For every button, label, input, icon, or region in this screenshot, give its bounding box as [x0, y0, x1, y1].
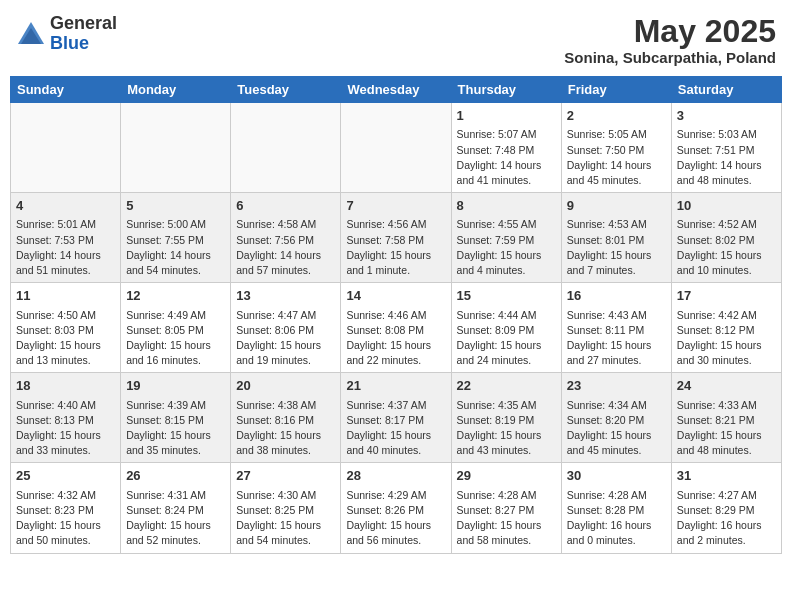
table-row: 20Sunrise: 4:38 AM Sunset: 8:16 PM Dayli… — [231, 373, 341, 463]
day-info: Sunrise: 4:49 AM Sunset: 8:05 PM Dayligh… — [126, 308, 225, 369]
day-info: Sunrise: 4:58 AM Sunset: 7:56 PM Dayligh… — [236, 217, 335, 278]
table-row: 7Sunrise: 4:56 AM Sunset: 7:58 PM Daylig… — [341, 193, 451, 283]
table-row: 6Sunrise: 4:58 AM Sunset: 7:56 PM Daylig… — [231, 193, 341, 283]
page-container: General Blue May 2025 Sonina, Subcarpath… — [10, 10, 782, 554]
table-row: 19Sunrise: 4:39 AM Sunset: 8:15 PM Dayli… — [121, 373, 231, 463]
day-number: 14 — [346, 287, 445, 305]
day-info: Sunrise: 4:33 AM Sunset: 8:21 PM Dayligh… — [677, 398, 776, 459]
day-number: 27 — [236, 467, 335, 485]
day-info: Sunrise: 4:29 AM Sunset: 8:26 PM Dayligh… — [346, 488, 445, 549]
day-number: 19 — [126, 377, 225, 395]
day-info: Sunrise: 4:44 AM Sunset: 8:09 PM Dayligh… — [457, 308, 556, 369]
day-info: Sunrise: 4:28 AM Sunset: 8:27 PM Dayligh… — [457, 488, 556, 549]
table-row: 29Sunrise: 4:28 AM Sunset: 8:27 PM Dayli… — [451, 463, 561, 553]
table-row: 24Sunrise: 4:33 AM Sunset: 8:21 PM Dayli… — [671, 373, 781, 463]
logo: General Blue — [16, 14, 117, 54]
day-info: Sunrise: 4:40 AM Sunset: 8:13 PM Dayligh… — [16, 398, 115, 459]
day-info: Sunrise: 4:53 AM Sunset: 8:01 PM Dayligh… — [567, 217, 666, 278]
table-row: 8Sunrise: 4:55 AM Sunset: 7:59 PM Daylig… — [451, 193, 561, 283]
calendar-week-2: 4Sunrise: 5:01 AM Sunset: 7:53 PM Daylig… — [11, 193, 782, 283]
day-number: 2 — [567, 107, 666, 125]
day-number: 25 — [16, 467, 115, 485]
day-number: 18 — [16, 377, 115, 395]
day-number: 12 — [126, 287, 225, 305]
day-info: Sunrise: 5:00 AM Sunset: 7:55 PM Dayligh… — [126, 217, 225, 278]
table-row: 12Sunrise: 4:49 AM Sunset: 8:05 PM Dayli… — [121, 283, 231, 373]
col-monday: Monday — [121, 77, 231, 103]
table-row: 27Sunrise: 4:30 AM Sunset: 8:25 PM Dayli… — [231, 463, 341, 553]
day-info: Sunrise: 4:28 AM Sunset: 8:28 PM Dayligh… — [567, 488, 666, 549]
calendar-week-3: 11Sunrise: 4:50 AM Sunset: 8:03 PM Dayli… — [11, 283, 782, 373]
day-number: 24 — [677, 377, 776, 395]
day-info: Sunrise: 4:30 AM Sunset: 8:25 PM Dayligh… — [236, 488, 335, 549]
day-number: 6 — [236, 197, 335, 215]
day-number: 28 — [346, 467, 445, 485]
day-number: 1 — [457, 107, 556, 125]
day-number: 30 — [567, 467, 666, 485]
day-info: Sunrise: 4:27 AM Sunset: 8:29 PM Dayligh… — [677, 488, 776, 549]
day-number: 13 — [236, 287, 335, 305]
table-row: 14Sunrise: 4:46 AM Sunset: 8:08 PM Dayli… — [341, 283, 451, 373]
col-wednesday: Wednesday — [341, 77, 451, 103]
day-info: Sunrise: 5:07 AM Sunset: 7:48 PM Dayligh… — [457, 127, 556, 188]
col-saturday: Saturday — [671, 77, 781, 103]
col-sunday: Sunday — [11, 77, 121, 103]
day-number: 31 — [677, 467, 776, 485]
title-block: May 2025 Sonina, Subcarpathia, Poland — [564, 14, 776, 66]
day-number: 26 — [126, 467, 225, 485]
table-row: 1Sunrise: 5:07 AM Sunset: 7:48 PM Daylig… — [451, 103, 561, 193]
table-row: 11Sunrise: 4:50 AM Sunset: 8:03 PM Dayli… — [11, 283, 121, 373]
table-row: 15Sunrise: 4:44 AM Sunset: 8:09 PM Dayli… — [451, 283, 561, 373]
day-number: 8 — [457, 197, 556, 215]
day-info: Sunrise: 4:38 AM Sunset: 8:16 PM Dayligh… — [236, 398, 335, 459]
table-row: 4Sunrise: 5:01 AM Sunset: 7:53 PM Daylig… — [11, 193, 121, 283]
col-tuesday: Tuesday — [231, 77, 341, 103]
day-number: 22 — [457, 377, 556, 395]
table-row: 17Sunrise: 4:42 AM Sunset: 8:12 PM Dayli… — [671, 283, 781, 373]
day-info: Sunrise: 4:35 AM Sunset: 8:19 PM Dayligh… — [457, 398, 556, 459]
table-row: 18Sunrise: 4:40 AM Sunset: 8:13 PM Dayli… — [11, 373, 121, 463]
table-row: 28Sunrise: 4:29 AM Sunset: 8:26 PM Dayli… — [341, 463, 451, 553]
day-number: 7 — [346, 197, 445, 215]
day-info: Sunrise: 4:56 AM Sunset: 7:58 PM Dayligh… — [346, 217, 445, 278]
location-subtitle: Sonina, Subcarpathia, Poland — [564, 49, 776, 66]
logo-icon — [16, 20, 46, 48]
table-row — [11, 103, 121, 193]
day-number: 9 — [567, 197, 666, 215]
day-info: Sunrise: 4:55 AM Sunset: 7:59 PM Dayligh… — [457, 217, 556, 278]
col-thursday: Thursday — [451, 77, 561, 103]
day-info: Sunrise: 4:46 AM Sunset: 8:08 PM Dayligh… — [346, 308, 445, 369]
logo-text: General Blue — [50, 14, 117, 54]
table-row: 2Sunrise: 5:05 AM Sunset: 7:50 PM Daylig… — [561, 103, 671, 193]
table-row: 22Sunrise: 4:35 AM Sunset: 8:19 PM Dayli… — [451, 373, 561, 463]
table-row: 26Sunrise: 4:31 AM Sunset: 8:24 PM Dayli… — [121, 463, 231, 553]
table-row: 16Sunrise: 4:43 AM Sunset: 8:11 PM Dayli… — [561, 283, 671, 373]
day-info: Sunrise: 4:50 AM Sunset: 8:03 PM Dayligh… — [16, 308, 115, 369]
table-row: 30Sunrise: 4:28 AM Sunset: 8:28 PM Dayli… — [561, 463, 671, 553]
logo-general: General — [50, 13, 117, 33]
col-friday: Friday — [561, 77, 671, 103]
weekday-header-row: Sunday Monday Tuesday Wednesday Thursday… — [11, 77, 782, 103]
table-row: 21Sunrise: 4:37 AM Sunset: 8:17 PM Dayli… — [341, 373, 451, 463]
day-info: Sunrise: 4:39 AM Sunset: 8:15 PM Dayligh… — [126, 398, 225, 459]
calendar-table: Sunday Monday Tuesday Wednesday Thursday… — [10, 76, 782, 553]
day-number: 29 — [457, 467, 556, 485]
day-number: 10 — [677, 197, 776, 215]
day-number: 16 — [567, 287, 666, 305]
table-row: 3Sunrise: 5:03 AM Sunset: 7:51 PM Daylig… — [671, 103, 781, 193]
calendar-week-1: 1Sunrise: 5:07 AM Sunset: 7:48 PM Daylig… — [11, 103, 782, 193]
table-row: 10Sunrise: 4:52 AM Sunset: 8:02 PM Dayli… — [671, 193, 781, 283]
table-row — [341, 103, 451, 193]
day-number: 4 — [16, 197, 115, 215]
table-row: 5Sunrise: 5:00 AM Sunset: 7:55 PM Daylig… — [121, 193, 231, 283]
logo-blue: Blue — [50, 33, 89, 53]
day-info: Sunrise: 5:03 AM Sunset: 7:51 PM Dayligh… — [677, 127, 776, 188]
day-number: 20 — [236, 377, 335, 395]
day-number: 21 — [346, 377, 445, 395]
day-number: 23 — [567, 377, 666, 395]
table-row: 9Sunrise: 4:53 AM Sunset: 8:01 PM Daylig… — [561, 193, 671, 283]
day-number: 3 — [677, 107, 776, 125]
table-row — [231, 103, 341, 193]
table-row: 13Sunrise: 4:47 AM Sunset: 8:06 PM Dayli… — [231, 283, 341, 373]
day-info: Sunrise: 4:42 AM Sunset: 8:12 PM Dayligh… — [677, 308, 776, 369]
